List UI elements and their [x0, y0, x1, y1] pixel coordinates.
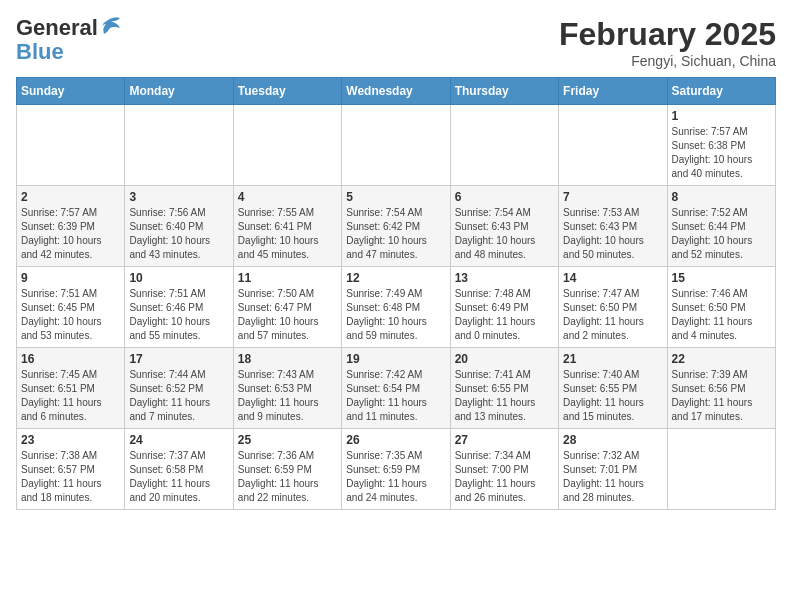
calendar-cell: 11Sunrise: 7:50 AM Sunset: 6:47 PM Dayli…: [233, 267, 341, 348]
day-info: Sunrise: 7:43 AM Sunset: 6:53 PM Dayligh…: [238, 368, 337, 424]
calendar-cell: 2Sunrise: 7:57 AM Sunset: 6:39 PM Daylig…: [17, 186, 125, 267]
weekday-header-thursday: Thursday: [450, 78, 558, 105]
day-number: 10: [129, 271, 228, 285]
calendar-cell: 20Sunrise: 7:41 AM Sunset: 6:55 PM Dayli…: [450, 348, 558, 429]
day-number: 2: [21, 190, 120, 204]
day-number: 24: [129, 433, 228, 447]
calendar-cell: 17Sunrise: 7:44 AM Sunset: 6:52 PM Dayli…: [125, 348, 233, 429]
day-number: 11: [238, 271, 337, 285]
calendar-cell: 7Sunrise: 7:53 AM Sunset: 6:43 PM Daylig…: [559, 186, 667, 267]
calendar-week-row: 16Sunrise: 7:45 AM Sunset: 6:51 PM Dayli…: [17, 348, 776, 429]
calendar-cell: 1Sunrise: 7:57 AM Sunset: 6:38 PM Daylig…: [667, 105, 775, 186]
calendar-cell: [233, 105, 341, 186]
day-info: Sunrise: 7:49 AM Sunset: 6:48 PM Dayligh…: [346, 287, 445, 343]
calendar-cell: 19Sunrise: 7:42 AM Sunset: 6:54 PM Dayli…: [342, 348, 450, 429]
day-info: Sunrise: 7:53 AM Sunset: 6:43 PM Dayligh…: [563, 206, 662, 262]
calendar-cell: 9Sunrise: 7:51 AM Sunset: 6:45 PM Daylig…: [17, 267, 125, 348]
weekday-header-wednesday: Wednesday: [342, 78, 450, 105]
calendar-cell: 21Sunrise: 7:40 AM Sunset: 6:55 PM Dayli…: [559, 348, 667, 429]
calendar-cell: 15Sunrise: 7:46 AM Sunset: 6:50 PM Dayli…: [667, 267, 775, 348]
calendar-cell: 26Sunrise: 7:35 AM Sunset: 6:59 PM Dayli…: [342, 429, 450, 510]
day-info: Sunrise: 7:36 AM Sunset: 6:59 PM Dayligh…: [238, 449, 337, 505]
day-number: 25: [238, 433, 337, 447]
calendar-cell: 23Sunrise: 7:38 AM Sunset: 6:57 PM Dayli…: [17, 429, 125, 510]
calendar-cell: 18Sunrise: 7:43 AM Sunset: 6:53 PM Dayli…: [233, 348, 341, 429]
day-info: Sunrise: 7:35 AM Sunset: 6:59 PM Dayligh…: [346, 449, 445, 505]
calendar-cell: 13Sunrise: 7:48 AM Sunset: 6:49 PM Dayli…: [450, 267, 558, 348]
calendar-cell: [559, 105, 667, 186]
day-info: Sunrise: 7:45 AM Sunset: 6:51 PM Dayligh…: [21, 368, 120, 424]
day-info: Sunrise: 7:44 AM Sunset: 6:52 PM Dayligh…: [129, 368, 228, 424]
day-number: 27: [455, 433, 554, 447]
weekday-header-row: SundayMondayTuesdayWednesdayThursdayFrid…: [17, 78, 776, 105]
day-info: Sunrise: 7:47 AM Sunset: 6:50 PM Dayligh…: [563, 287, 662, 343]
page-header: General Blue February 2025 Fengyi, Sichu…: [16, 16, 776, 69]
day-info: Sunrise: 7:54 AM Sunset: 6:43 PM Dayligh…: [455, 206, 554, 262]
day-number: 28: [563, 433, 662, 447]
day-info: Sunrise: 7:34 AM Sunset: 7:00 PM Dayligh…: [455, 449, 554, 505]
calendar-table: SundayMondayTuesdayWednesdayThursdayFrid…: [16, 77, 776, 510]
day-info: Sunrise: 7:55 AM Sunset: 6:41 PM Dayligh…: [238, 206, 337, 262]
day-info: Sunrise: 7:48 AM Sunset: 6:49 PM Dayligh…: [455, 287, 554, 343]
calendar-cell: [17, 105, 125, 186]
day-number: 6: [455, 190, 554, 204]
calendar-cell: 16Sunrise: 7:45 AM Sunset: 6:51 PM Dayli…: [17, 348, 125, 429]
day-info: Sunrise: 7:54 AM Sunset: 6:42 PM Dayligh…: [346, 206, 445, 262]
calendar-week-row: 2Sunrise: 7:57 AM Sunset: 6:39 PM Daylig…: [17, 186, 776, 267]
calendar-week-row: 9Sunrise: 7:51 AM Sunset: 6:45 PM Daylig…: [17, 267, 776, 348]
calendar-cell: [125, 105, 233, 186]
day-number: 21: [563, 352, 662, 366]
calendar-cell: [667, 429, 775, 510]
logo-bird-icon: [100, 16, 122, 36]
day-number: 4: [238, 190, 337, 204]
calendar-week-row: 23Sunrise: 7:38 AM Sunset: 6:57 PM Dayli…: [17, 429, 776, 510]
day-number: 13: [455, 271, 554, 285]
day-info: Sunrise: 7:51 AM Sunset: 6:45 PM Dayligh…: [21, 287, 120, 343]
day-info: Sunrise: 7:57 AM Sunset: 6:38 PM Dayligh…: [672, 125, 771, 181]
calendar-cell: 4Sunrise: 7:55 AM Sunset: 6:41 PM Daylig…: [233, 186, 341, 267]
weekday-header-tuesday: Tuesday: [233, 78, 341, 105]
logo: General Blue: [16, 16, 122, 64]
day-info: Sunrise: 7:52 AM Sunset: 6:44 PM Dayligh…: [672, 206, 771, 262]
weekday-header-sunday: Sunday: [17, 78, 125, 105]
day-number: 22: [672, 352, 771, 366]
day-number: 16: [21, 352, 120, 366]
day-info: Sunrise: 7:57 AM Sunset: 6:39 PM Dayligh…: [21, 206, 120, 262]
day-info: Sunrise: 7:46 AM Sunset: 6:50 PM Dayligh…: [672, 287, 771, 343]
calendar-cell: 10Sunrise: 7:51 AM Sunset: 6:46 PM Dayli…: [125, 267, 233, 348]
calendar-cell: 14Sunrise: 7:47 AM Sunset: 6:50 PM Dayli…: [559, 267, 667, 348]
day-info: Sunrise: 7:41 AM Sunset: 6:55 PM Dayligh…: [455, 368, 554, 424]
day-number: 18: [238, 352, 337, 366]
calendar-cell: 28Sunrise: 7:32 AM Sunset: 7:01 PM Dayli…: [559, 429, 667, 510]
day-number: 14: [563, 271, 662, 285]
day-info: Sunrise: 7:40 AM Sunset: 6:55 PM Dayligh…: [563, 368, 662, 424]
month-year-title: February 2025: [559, 16, 776, 53]
day-number: 3: [129, 190, 228, 204]
day-number: 9: [21, 271, 120, 285]
day-info: Sunrise: 7:51 AM Sunset: 6:46 PM Dayligh…: [129, 287, 228, 343]
title-block: February 2025 Fengyi, Sichuan, China: [559, 16, 776, 69]
calendar-cell: 5Sunrise: 7:54 AM Sunset: 6:42 PM Daylig…: [342, 186, 450, 267]
calendar-cell: [450, 105, 558, 186]
day-number: 23: [21, 433, 120, 447]
day-number: 5: [346, 190, 445, 204]
calendar-cell: 27Sunrise: 7:34 AM Sunset: 7:00 PM Dayli…: [450, 429, 558, 510]
day-info: Sunrise: 7:38 AM Sunset: 6:57 PM Dayligh…: [21, 449, 120, 505]
day-info: Sunrise: 7:39 AM Sunset: 6:56 PM Dayligh…: [672, 368, 771, 424]
location-subtitle: Fengyi, Sichuan, China: [559, 53, 776, 69]
weekday-header-saturday: Saturday: [667, 78, 775, 105]
day-number: 26: [346, 433, 445, 447]
day-number: 8: [672, 190, 771, 204]
day-info: Sunrise: 7:37 AM Sunset: 6:58 PM Dayligh…: [129, 449, 228, 505]
day-number: 7: [563, 190, 662, 204]
calendar-cell: 6Sunrise: 7:54 AM Sunset: 6:43 PM Daylig…: [450, 186, 558, 267]
calendar-cell: 25Sunrise: 7:36 AM Sunset: 6:59 PM Dayli…: [233, 429, 341, 510]
logo-blue: Blue: [16, 40, 64, 64]
day-info: Sunrise: 7:50 AM Sunset: 6:47 PM Dayligh…: [238, 287, 337, 343]
logo-general: General: [16, 16, 98, 40]
calendar-cell: 24Sunrise: 7:37 AM Sunset: 6:58 PM Dayli…: [125, 429, 233, 510]
day-info: Sunrise: 7:56 AM Sunset: 6:40 PM Dayligh…: [129, 206, 228, 262]
calendar-cell: 8Sunrise: 7:52 AM Sunset: 6:44 PM Daylig…: [667, 186, 775, 267]
day-number: 20: [455, 352, 554, 366]
weekday-header-monday: Monday: [125, 78, 233, 105]
